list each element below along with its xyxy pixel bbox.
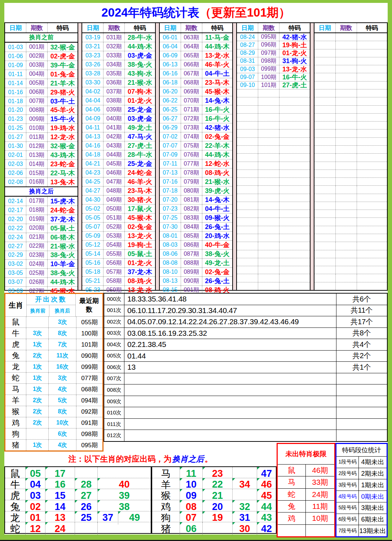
header-row: 日期期数特码 xyxy=(237,23,309,33)
header-count-title: 开出次数 xyxy=(27,294,75,305)
period-cell xyxy=(258,266,279,274)
period-cell: 031期 xyxy=(103,33,125,42)
missing-zodiac-periods: 24期 xyxy=(306,489,334,500)
number-value: 30 xyxy=(239,523,250,535)
code-cell xyxy=(279,97,309,105)
number-cell: 42 xyxy=(257,522,276,535)
date-cell: 06-13 xyxy=(160,60,181,69)
table-row xyxy=(314,105,387,113)
frequency-total-cell: 共6个 xyxy=(336,294,387,305)
note-highlight: 换肖之后 xyxy=(172,454,204,465)
code-cell: 39-虎-火 xyxy=(202,186,232,195)
period-cell xyxy=(258,178,279,185)
date-cell: 06-01 xyxy=(160,33,181,42)
date-cell: 08-13 xyxy=(160,277,181,285)
frequency-row: 012次 xyxy=(104,430,387,441)
before-count-cell: 1次 xyxy=(26,440,49,450)
cell-corner-marker xyxy=(203,489,205,492)
period-cell: 057期 xyxy=(103,268,125,276)
date-cell: 01-16 xyxy=(5,88,26,97)
cell-corner-marker xyxy=(257,478,260,481)
code-cell: 01-兔-金 xyxy=(48,70,78,79)
code-cell xyxy=(357,266,387,274)
date-cell xyxy=(237,106,258,113)
frequency-row: 000次18.33.35.36.41.48共6个 xyxy=(104,294,387,305)
frequency-numbers-cell: 13 xyxy=(124,362,336,373)
table-row: 05-12054期19-狗-土 xyxy=(82,240,155,249)
number-cell: 30 xyxy=(232,522,257,535)
frequency-numbers-cell xyxy=(124,396,336,407)
cell-corner-marker xyxy=(118,511,121,514)
zodiac-cell: 虎 xyxy=(5,339,26,350)
code-cell xyxy=(357,274,387,282)
date-cell xyxy=(314,162,336,170)
code-cell xyxy=(279,258,309,266)
period-cell: 041期 xyxy=(103,123,125,132)
code-cell: 11-马-金 xyxy=(202,33,232,42)
period-cell: 007期 xyxy=(26,97,48,106)
table-row: 01-23009期15-牛-火 xyxy=(5,114,78,123)
code-cell xyxy=(279,250,309,258)
cell-corner-marker xyxy=(75,500,78,503)
period-cell: 046期 xyxy=(103,168,125,177)
date-cell xyxy=(237,122,258,129)
period-cell xyxy=(336,210,357,217)
code-cell xyxy=(279,266,309,274)
zodiac-cell: 狗 xyxy=(5,428,26,439)
date-cell: 01-11 xyxy=(5,70,26,79)
table-row: 01-03001期32-猴-金 xyxy=(5,43,78,52)
date-cell xyxy=(314,218,336,225)
date-cell: 03-21 xyxy=(82,42,103,51)
code-cell: 04-牛-土 xyxy=(202,204,232,213)
table-row: 02-08016期13-兔-木 xyxy=(5,177,78,186)
number-value: 03 xyxy=(30,490,41,501)
code-cell: 26-兔-土 xyxy=(202,223,232,231)
note-text: 注：以下生肖的对应出码，为换肖之后。 xyxy=(4,452,277,466)
table-row xyxy=(237,274,309,282)
segment-label: 1段号码 xyxy=(336,457,359,468)
table-row xyxy=(237,105,309,113)
table-row: 08-10089期02-兔-金 xyxy=(160,267,232,276)
frequency-total-cell xyxy=(336,396,387,407)
missing-zodiac-name: 鼠 xyxy=(278,465,306,476)
code-cell: 19-狗-土 xyxy=(279,41,309,49)
code-cell: 04-牛-土 xyxy=(202,69,232,78)
table-row: 02-03014期23-蛇-金 xyxy=(5,159,78,168)
column-header-period: 期数 xyxy=(181,23,202,32)
recent-period-cell: 090期 xyxy=(76,352,102,360)
after-count-cell: 4次 xyxy=(49,384,76,395)
code-cell xyxy=(357,65,387,73)
frequency-row: 010次 xyxy=(104,407,387,418)
code-cell: 44-鸡-木 xyxy=(125,42,155,51)
code-cell xyxy=(279,154,309,161)
date-cell: 07-23 xyxy=(160,204,181,213)
cell-corner-marker xyxy=(75,478,78,481)
zodiac-number-row: 虎03152739 xyxy=(5,489,151,500)
zodiac-number-row: 猪063042 xyxy=(152,522,276,533)
frequency-numbers-cell: 02.21.38.45 xyxy=(124,339,336,350)
code-cell: 25-龙-金 xyxy=(125,105,155,114)
number-value: 49 xyxy=(129,512,140,523)
table-row: 03-30036期21-猴-水 xyxy=(82,78,155,87)
note-prefix: 注：以下生肖的对应出码，为 xyxy=(69,454,172,465)
date-cell: 07-13 xyxy=(160,168,181,177)
period-cell: 072期 xyxy=(181,114,202,123)
period-cell: 012期 xyxy=(26,142,48,150)
date-cell: 06-18 xyxy=(160,78,181,87)
code-cell xyxy=(357,122,387,129)
period-cell: 033期 xyxy=(103,51,125,60)
date-cell xyxy=(237,202,258,210)
zodiac-cell: 猪 xyxy=(5,440,26,450)
code-cell xyxy=(279,138,309,145)
frequency-label-cell: 004次 xyxy=(104,339,124,350)
code-cell xyxy=(357,41,387,49)
date-cell: 08-03 xyxy=(160,241,181,249)
table-row: 06-25071期16-牛-火 xyxy=(160,105,232,114)
period-cell: 098期 xyxy=(258,57,279,65)
period-table-group: 日期期数特码03-19031期28-牛-水03-21032期44-鸡-木03-2… xyxy=(82,22,155,291)
table-row xyxy=(237,258,309,266)
code-cell: 39-牛-金 xyxy=(48,61,78,70)
frequency-total-cell xyxy=(336,384,387,396)
zodiac-stats-row: 猴2次8次092期 xyxy=(5,406,102,417)
period-table-group: 日期期数特码换肖之前01-03001期32-猴-金01-06002期02-虎-金… xyxy=(4,22,78,291)
